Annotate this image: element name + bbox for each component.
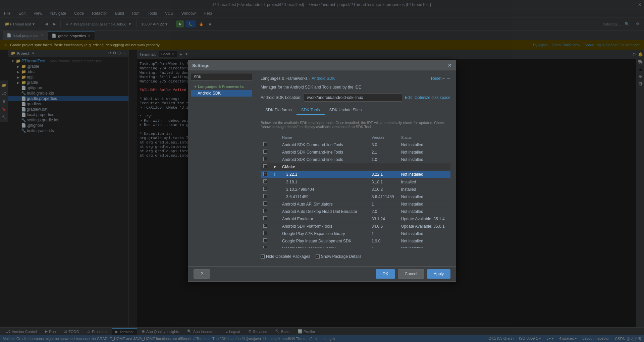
row-version: 2.1 <box>369 149 398 156</box>
row-check[interactable] <box>261 149 270 156</box>
table-row-emulator: Android Emulator 33.1.24 Update Availabl… <box>261 215 450 223</box>
apply-button[interactable]: Apply <box>427 269 450 279</box>
row-status: Update Available: 35.1.4 <box>398 215 450 223</box>
sdk-tab-tools[interactable]: SDK Tools <box>297 106 325 115</box>
row-name: Android Auto API Simulators <box>279 201 369 208</box>
row-status: Not installed <box>398 230 450 237</box>
row-check[interactable] <box>261 141 270 149</box>
row-check[interactable] <box>261 245 270 248</box>
checkbox-partial[interactable] <box>263 216 267 220</box>
dialog-search-input[interactable] <box>191 73 252 80</box>
cancel-button[interactable]: Cancel <box>398 269 424 279</box>
row-name: Android SDK Command-line Tools <box>279 141 369 149</box>
row-check[interactable] <box>261 223 270 230</box>
checkbox-checked[interactable] <box>263 179 267 183</box>
row-name: Google Play Licensing Library <box>279 245 369 248</box>
show-package-details-checkbox-row[interactable]: Show Package Details <box>316 254 361 259</box>
checkbox[interactable] <box>263 231 267 235</box>
dialog-title-text: Settings <box>192 63 209 68</box>
checkbox[interactable] <box>263 209 267 213</box>
row-version: 3.6.4111459 <box>369 193 398 201</box>
optimize-disk-link[interactable]: Optimize disk space <box>415 95 450 100</box>
row-version: 33.1.24 <box>369 215 398 223</box>
checkbox[interactable] <box>263 194 267 198</box>
row-check[interactable] <box>261 156 270 163</box>
row-status: Not installed <box>398 156 450 163</box>
checkbox-partial[interactable] <box>263 224 267 228</box>
hide-obsolete-checkbox[interactable] <box>261 254 265 259</box>
row-check[interactable] <box>261 186 270 193</box>
sdk-location-input[interactable] <box>304 94 402 102</box>
row-check[interactable] <box>261 208 270 215</box>
row-version: 1.9.0 <box>369 237 398 245</box>
row-status: Not installed <box>398 208 450 215</box>
show-package-details-checkbox[interactable] <box>316 254 320 259</box>
reset-link[interactable]: Reset <box>431 76 441 81</box>
ok-button[interactable]: OK <box>376 269 395 279</box>
checkbox[interactable] <box>263 246 267 248</box>
row-check[interactable] <box>261 230 270 237</box>
row-name: 3.22.1 <box>279 171 369 178</box>
nav-group-languages[interactable]: ▼ Languages & Frameworks <box>191 84 252 89</box>
sdk-edit-link[interactable]: Edit <box>405 95 412 100</box>
checkbox-partial[interactable] <box>263 164 267 168</box>
row-version: 1 <box>369 245 398 248</box>
table-row-cmake-364: 3.6.4111459 3.6.4111459 Not installed <box>261 193 450 201</box>
breadcrumb-parent: Languages & Frameworks <box>261 76 308 81</box>
hide-obsolete-checkbox-row[interactable]: Hide Obsolete Packages <box>261 254 310 259</box>
row-name: Android SDK Platform-Tools <box>279 223 369 230</box>
row-status: Installed <box>398 186 450 193</box>
checkbox[interactable] <box>263 157 267 161</box>
row-dl <box>270 156 279 163</box>
sdk-table-body: Android SDK Command-line Tools 3.0 Not i… <box>261 141 450 248</box>
sdk-tab-update-sites[interactable]: SDK Update Sites <box>325 106 367 115</box>
col-name: Name <box>279 134 369 141</box>
checkbox[interactable] <box>263 150 267 154</box>
table-row-licensing: Google Play Licensing Library 1 Not inst… <box>261 245 450 248</box>
row-name: 3.6.4111459 <box>279 193 369 201</box>
row-check[interactable] <box>261 193 270 201</box>
show-package-details-label: Show Package Details <box>321 254 361 259</box>
group-check[interactable] <box>261 163 270 171</box>
table-row: Android SDK Command-line Tools 3.0 Not i… <box>261 141 450 149</box>
row-version: 3.0 <box>369 141 398 149</box>
sdk-tab-platforms[interactable]: SDK Platforms <box>261 106 297 115</box>
row-check[interactable] <box>261 201 270 208</box>
expand-icon: ▼ <box>273 165 277 169</box>
row-status: Not installed <box>398 237 450 245</box>
row-name: 3.18.1 <box>279 178 369 186</box>
checkbox-checked[interactable] <box>263 172 267 176</box>
row-status: Not installed <box>398 141 450 149</box>
col-dl <box>270 134 279 141</box>
row-check[interactable] <box>261 178 270 186</box>
row-dl <box>270 201 279 208</box>
dialog-breadcrumb: Languages & Frameworks › Android SDK <box>261 76 335 81</box>
row-check[interactable] <box>261 215 270 223</box>
nav-item-android-sdk[interactable]: Android SDK <box>191 90 252 97</box>
row-dl <box>270 178 279 186</box>
checkbox-checked[interactable] <box>263 187 267 191</box>
nav-back-btn[interactable]: ← <box>441 76 446 81</box>
sdk-tools-table-container: Name Version Status Android SDK Command-… <box>261 134 450 248</box>
row-name: Google Play Instant Development SDK <box>279 237 369 245</box>
settings-dialog: Settings ✕ ▼ Languages & Frameworks Andr… <box>188 60 456 282</box>
table-row-cmake-3181: 3.18.1 3.18.1 Installed <box>261 178 450 186</box>
row-status: Not installed <box>398 245 450 248</box>
dialog-footer: ? OK Cancel Apply <box>188 266 456 281</box>
download-icon: ⬇ <box>273 172 277 177</box>
checkbox[interactable] <box>263 202 267 206</box>
row-check[interactable] <box>261 237 270 245</box>
sdk-group-cmake[interactable]: ▼ CMake <box>261 163 450 171</box>
row-version: 1 <box>369 230 398 237</box>
checkbox[interactable] <box>263 142 267 146</box>
sdk-tabs: SDK Platforms SDK Tools SDK Update Sites <box>261 106 450 115</box>
row-name: Android SDK Command-line Tools <box>279 149 369 156</box>
row-check[interactable] <box>261 171 270 178</box>
help-button[interactable]: ? <box>194 269 210 279</box>
checkbox[interactable] <box>263 238 267 242</box>
arrow-expand-icon: ▼ <box>194 84 197 89</box>
row-name: Android Emulator <box>279 215 369 223</box>
row-name: Android SDK Command-line Tools <box>279 156 369 163</box>
nav-forward-btn[interactable]: → <box>446 76 450 81</box>
dialog-close-btn[interactable]: ✕ <box>448 63 452 68</box>
